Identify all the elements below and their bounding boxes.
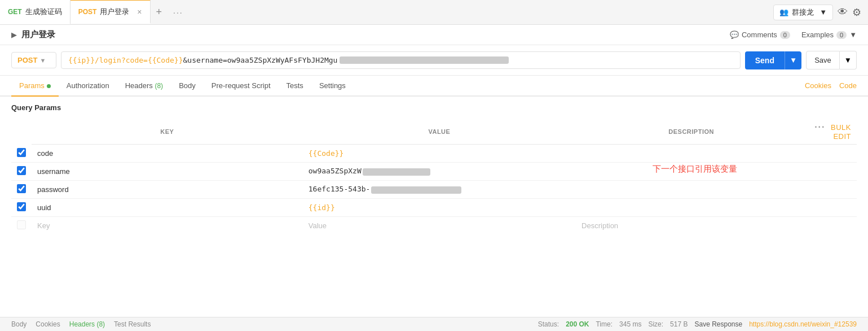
tab-tests-label: Tests bbox=[287, 81, 303, 90]
annotation-text: 下一个接口引用该变量 bbox=[653, 164, 737, 175]
tab-post-label: 用户登录 bbox=[100, 7, 129, 17]
comments-label: Comments bbox=[742, 31, 777, 39]
table-row: uuid {{id}} bbox=[11, 198, 857, 216]
col-desc-header: DESCRIPTION bbox=[576, 119, 807, 145]
url-suffix-1: &username=ow9aa5ZSpXzWyAFsFYbJH2Mgu bbox=[183, 56, 338, 64]
code-link[interactable]: Code bbox=[839, 81, 857, 90]
url-input-container: {{ip}}/login?code={{Code}}&username=ow9a… bbox=[61, 51, 741, 69]
tab-body[interactable]: Body bbox=[171, 76, 204, 97]
url-prefix: {{ip}}/login?code= bbox=[68, 56, 148, 64]
save-button[interactable]: Save bbox=[806, 51, 840, 69]
workspace-icon: 👥 bbox=[779, 8, 788, 16]
close-tab-icon[interactable]: × bbox=[137, 7, 142, 16]
save-dropdown-button[interactable]: ▼ bbox=[840, 51, 857, 69]
placeholder-key[interactable]: Key bbox=[32, 216, 303, 234]
placeholder-description[interactable]: Description bbox=[576, 216, 807, 234]
send-dropdown-button[interactable]: ▼ bbox=[785, 51, 801, 69]
tab-body-label: Body bbox=[179, 81, 196, 90]
tab-authorization[interactable]: Authorization bbox=[59, 76, 117, 97]
url-bar: POST ▼ {{ip}}/login?code={{Code}}&userna… bbox=[0, 45, 868, 76]
url-var1: {{Code}} bbox=[148, 56, 183, 64]
row-username-checkbox[interactable] bbox=[17, 166, 26, 175]
method-dropdown-icon: ▼ bbox=[39, 57, 46, 64]
row-uuid-checkbox[interactable] bbox=[17, 202, 26, 211]
comments-badge: 0 bbox=[780, 31, 790, 39]
tab-post[interactable]: POST 用户登录 × bbox=[71, 0, 151, 24]
bulk-edit-button[interactable]: Bulk Edit bbox=[831, 123, 851, 141]
eye-icon-button[interactable]: 👁 bbox=[838, 6, 848, 18]
examples-badge: 0 bbox=[836, 31, 847, 39]
tab-headers[interactable]: Headers (8) bbox=[117, 76, 171, 97]
tab-authorization-label: Authorization bbox=[67, 81, 109, 90]
add-tab-button[interactable]: + bbox=[151, 0, 168, 24]
params-dot-indicator bbox=[47, 84, 51, 88]
workspace-selector[interactable]: 👥 群接龙 ▼ bbox=[773, 5, 833, 20]
section-title: Query Params bbox=[0, 97, 868, 119]
tab-params-label: Params bbox=[19, 81, 45, 90]
request-title: 用户登录 bbox=[21, 29, 55, 40]
comments-button[interactable]: 💬 Comments 0 bbox=[730, 31, 790, 39]
row-code-checkbox[interactable] bbox=[17, 148, 26, 157]
method-get-label: GET bbox=[8, 8, 22, 16]
workspace-chevron-icon: ▼ bbox=[819, 8, 827, 16]
workspace-name: 群接龙 bbox=[792, 7, 814, 18]
cookies-link[interactable]: Cookies bbox=[805, 81, 831, 90]
row-username-key: username bbox=[32, 162, 303, 180]
tab-tests[interactable]: Tests bbox=[279, 76, 311, 97]
settings-icon-button[interactable]: ⚙ bbox=[852, 6, 861, 19]
examples-chevron-icon: ▼ bbox=[849, 31, 857, 39]
nav-tabs-bar: Params Authorization Headers (8) Body Pr… bbox=[0, 76, 868, 97]
tab-settings-label: Settings bbox=[319, 81, 346, 90]
headers-count: (8) bbox=[155, 82, 163, 90]
more-tabs-button[interactable]: ··· bbox=[168, 0, 189, 24]
tab-settings[interactable]: Settings bbox=[311, 76, 354, 97]
col-actions-header: ··· Bulk Edit bbox=[807, 119, 857, 145]
placeholder-checkbox[interactable] bbox=[17, 220, 26, 229]
row-uuid-key: uuid bbox=[32, 198, 303, 216]
send-button[interactable]: Send bbox=[745, 51, 785, 69]
row-password-key: password bbox=[32, 180, 303, 198]
col-key-header: KEY bbox=[32, 119, 303, 145]
row-password-checkbox[interactable] bbox=[17, 184, 26, 193]
table-row: password 16efc135-543b- 下一个接口引用该变量 bbox=[11, 180, 857, 198]
row-password-value: 16efc135-543b- 下一个接口引用该变量 bbox=[303, 180, 576, 198]
tab-headers-label: Headers bbox=[125, 81, 153, 90]
row-code-description bbox=[576, 145, 807, 163]
tab-get[interactable]: GET 生成验证码 bbox=[0, 0, 71, 24]
tab-params[interactable]: Params bbox=[11, 76, 59, 97]
method-post-label: POST bbox=[78, 8, 97, 16]
table-row: code {{Code}} bbox=[11, 145, 857, 163]
request-title-bar: ▶ 用户登录 💬 Comments 0 Examples 0 ▼ bbox=[0, 25, 868, 45]
url-blurred-1 bbox=[340, 56, 509, 64]
placeholder-value[interactable]: Value bbox=[303, 216, 576, 234]
more-options-icon[interactable]: ··· bbox=[814, 122, 825, 132]
comments-icon: 💬 bbox=[730, 31, 739, 39]
tab-prerequest-label: Pre-request Script bbox=[212, 81, 271, 90]
row-code-value: {{Code}} bbox=[303, 145, 576, 163]
col-value-header: VALUE bbox=[303, 119, 576, 145]
table-row-placeholder: Key Value Description bbox=[11, 216, 857, 234]
expand-arrow-icon[interactable]: ▶ bbox=[11, 31, 17, 39]
query-params-section: Query Params KEY VALUE DESCRIPTION ··· B… bbox=[0, 97, 868, 234]
tab-prerequest[interactable]: Pre-request Script bbox=[204, 76, 279, 97]
row-password-description bbox=[576, 180, 807, 198]
examples-label: Examples bbox=[801, 31, 834, 39]
method-selector[interactable]: POST ▼ bbox=[11, 52, 56, 68]
row-code-key: code bbox=[32, 145, 303, 163]
col-checkbox bbox=[11, 119, 32, 145]
examples-button[interactable]: Examples 0 ▼ bbox=[801, 31, 857, 39]
tab-get-label: 生成验证码 bbox=[25, 7, 62, 17]
row-uuid-description bbox=[576, 198, 807, 216]
selected-method-label: POST bbox=[17, 56, 37, 64]
row-username-value: ow9aa5ZSpXzW bbox=[303, 162, 576, 180]
row-uuid-value: {{id}} bbox=[303, 198, 576, 216]
